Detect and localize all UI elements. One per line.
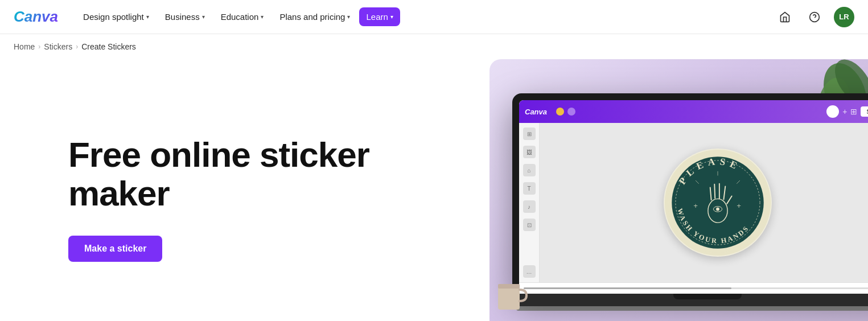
editor-plus-icon: +	[842, 107, 847, 116]
laptop-screen-inner: Canva + ⊞ Share	[519, 100, 868, 282]
mug-decoration	[495, 275, 529, 315]
editor-canva-logo: Canva	[525, 108, 547, 116]
sidebar-icon-image: 🖼	[523, 146, 536, 158]
nav-right: LR	[775, 7, 854, 27]
home-button[interactable]	[775, 7, 795, 27]
breadcrumb-separator: ›	[38, 43, 40, 51]
sticker-svg: PLEASE WASH YOUR HANDS	[664, 149, 772, 257]
topbar-circle-2	[567, 108, 575, 116]
user-avatar[interactable]: LR	[834, 7, 854, 27]
laptop-mockup: Canva + ⊞ Share	[512, 93, 868, 321]
chevron-down-icon: ▾	[202, 14, 205, 20]
sidebar-icon-text: T	[523, 182, 536, 195]
laptop-foot	[516, 306, 868, 311]
nav-item-education[interactable]: Education ▾	[214, 7, 271, 26]
svg-text:+: +	[693, 201, 698, 210]
navbar: Canva Design spotlight ▾ Business ▾ Educ…	[0, 0, 868, 34]
editor-sidebar: ⊞ 🖼 ⌂ T ♪ ⊡ …	[519, 123, 540, 282]
sidebar-icon-apps: ⊡	[523, 219, 536, 231]
svg-text:+: +	[737, 201, 741, 210]
breadcrumb-home[interactable]: Home	[14, 42, 35, 51]
chevron-down-icon: ▾	[261, 14, 264, 20]
breadcrumb-current: Create Stickers	[81, 42, 136, 51]
sidebar-icon-home: ⌂	[523, 164, 536, 176]
editor-bottom-bar: ⊞ ⊡ ⊙	[519, 282, 868, 294]
laptop-notch	[673, 294, 742, 299]
editor-body: ⊞ 🖼 ⌂ T ♪ ⊡ …	[519, 123, 868, 282]
help-button[interactable]	[804, 7, 825, 27]
canva-logo[interactable]: Canva	[14, 8, 58, 26]
editor-user-avatar	[826, 105, 839, 118]
laptop-base	[512, 294, 868, 306]
chevron-down-icon: ▾	[347, 14, 350, 20]
topbar-icons	[556, 108, 575, 116]
laptop-screen-outer: Canva + ⊞ Share	[512, 93, 868, 294]
editor-canvas: PLEASE WASH YOUR HANDS	[540, 123, 868, 282]
nav-item-learn[interactable]: Learn ▾	[359, 7, 400, 26]
nav-items: Design spotlight ▾ Business ▾ Education …	[76, 7, 775, 26]
svg-rect-26	[498, 284, 520, 289]
breadcrumb-stickers[interactable]: Stickers	[44, 42, 72, 51]
breadcrumb-separator: ›	[76, 43, 78, 51]
topbar-circle-1	[556, 108, 564, 116]
sticker-design: PLEASE WASH YOUR HANDS	[664, 149, 772, 257]
svg-line-12	[714, 184, 715, 199]
help-icon	[809, 11, 820, 23]
editor-share-button[interactable]: Share	[861, 106, 868, 117]
nav-item-plans-pricing[interactable]: Plans and pricing ▾	[273, 7, 357, 26]
right-panel: Canva + ⊞ Share	[489, 59, 868, 321]
nav-item-design-spotlight[interactable]: Design spotlight ▾	[76, 7, 156, 26]
make-sticker-button[interactable]: Make a sticker	[68, 236, 162, 262]
editor-topbar: Canva + ⊞ Share	[519, 100, 868, 123]
sidebar-icon-music: ♪	[523, 200, 536, 213]
chevron-down-icon: ▾	[390, 14, 393, 20]
nav-item-business[interactable]: Business ▾	[158, 7, 212, 26]
chevron-down-icon: ▾	[146, 14, 149, 20]
zoom-slider	[524, 287, 868, 289]
hero-title: Free online sticker maker	[68, 135, 455, 213]
editor-grid-icon: ⊞	[850, 107, 857, 116]
sidebar-icon-grid: ⊞	[523, 127, 536, 140]
home-icon	[779, 11, 791, 23]
svg-point-22	[716, 208, 719, 211]
left-panel: Free online sticker maker Make a sticker	[0, 59, 489, 321]
mug-icon	[495, 275, 529, 315]
breadcrumb: Home › Stickers › Create Stickers	[0, 34, 868, 59]
main-content: Free online sticker maker Make a sticker	[0, 59, 868, 321]
